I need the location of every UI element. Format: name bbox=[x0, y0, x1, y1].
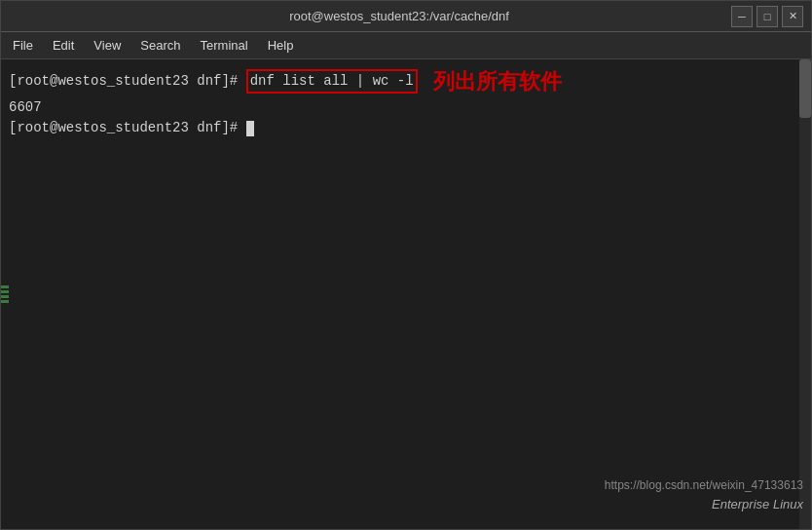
command-line-1: [root@westos_student23 dnf]# dnf list al… bbox=[9, 65, 803, 97]
menu-search[interactable]: Search bbox=[132, 35, 188, 56]
window-title: root@westos_student23:/var/cache/dnf bbox=[67, 9, 731, 23]
maximize-button[interactable]: □ bbox=[757, 6, 778, 27]
output-line: 6607 bbox=[9, 97, 803, 118]
scrollbar-thumb[interactable] bbox=[799, 59, 811, 118]
menu-edit[interactable]: Edit bbox=[45, 35, 82, 56]
mark-4 bbox=[1, 300, 9, 303]
menu-file[interactable]: File bbox=[5, 35, 41, 56]
watermark: https://blog.csdn.net/weixin_47133613 En… bbox=[605, 476, 803, 515]
terminal-body[interactable]: [root@westos_student23 dnf]# dnf list al… bbox=[1, 59, 811, 529]
watermark-brand: Enterprise Linux bbox=[605, 495, 803, 515]
left-marks bbox=[1, 285, 9, 303]
menu-terminal[interactable]: Terminal bbox=[193, 35, 256, 56]
mark-3 bbox=[1, 295, 9, 298]
menu-bar: File Edit View Search Terminal Help bbox=[1, 32, 811, 59]
cursor bbox=[246, 121, 254, 136]
prompt-2: [root@westos_student23 dnf]# bbox=[9, 118, 246, 138]
menu-view[interactable]: View bbox=[86, 35, 129, 56]
prompt-1: [root@westos_student23 dnf]# bbox=[9, 71, 246, 92]
menu-help[interactable]: Help bbox=[260, 35, 302, 56]
output-value: 6607 bbox=[9, 97, 42, 118]
close-button[interactable]: ✕ bbox=[782, 6, 803, 27]
minimize-button[interactable]: ─ bbox=[731, 6, 753, 27]
enterprise-linux-text: Enterprise Linux bbox=[712, 497, 803, 511]
terminal-window: root@westos_student23:/var/cache/dnf ─ □… bbox=[0, 0, 812, 530]
window-controls: ─ □ ✕ bbox=[731, 6, 803, 27]
mark-2 bbox=[1, 290, 9, 293]
mark-1 bbox=[1, 285, 9, 288]
annotation-text: 列出所有软件 bbox=[433, 65, 562, 97]
scrollbar[interactable] bbox=[799, 59, 811, 529]
command-line-2: [root@westos_student23 dnf]# bbox=[9, 118, 803, 138]
title-bar: root@westos_student23:/var/cache/dnf ─ □… bbox=[1, 1, 811, 32]
command-highlighted: dnf list all | wc -l bbox=[246, 69, 418, 94]
watermark-url: https://blog.csdn.net/weixin_47133613 bbox=[605, 476, 803, 495]
